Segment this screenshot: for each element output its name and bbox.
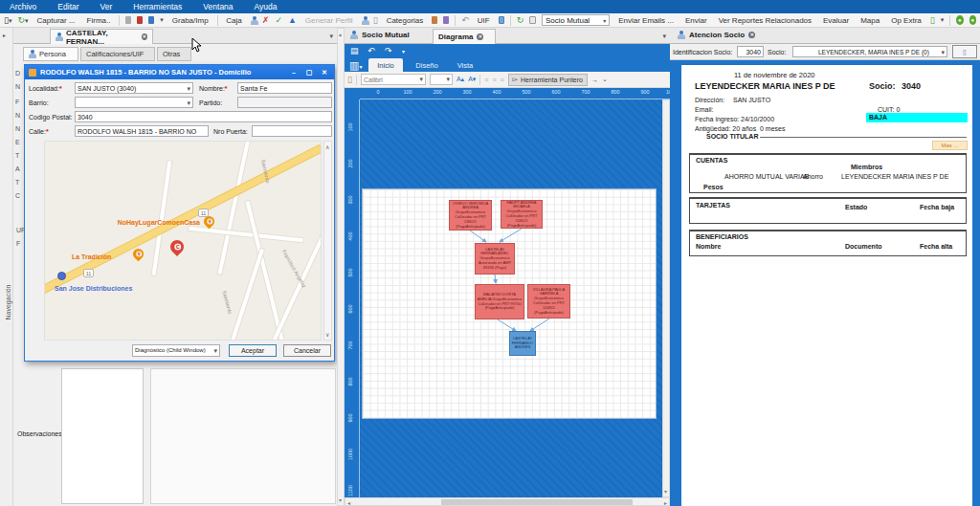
enviar-button[interactable]: Enviar xyxy=(682,15,710,26)
observaciones-textarea[interactable] xyxy=(61,368,144,504)
export-dropdown-icon[interactable]: ▾ xyxy=(941,16,945,24)
menu-herramientas[interactable]: Herramientas xyxy=(133,2,182,11)
scroll-up-icon[interactable]: ∧ xyxy=(325,143,329,150)
quick-access-chevron-icon[interactable]: ▾ xyxy=(402,48,405,55)
map-scrollbar[interactable]: ∧ ∨ xyxy=(323,141,332,341)
font-size-combobox[interactable]: ▾ xyxy=(430,74,453,85)
export-icon[interactable]: ▯ xyxy=(930,16,935,25)
close-icon[interactable]: ✕ xyxy=(319,69,330,77)
perfil-combobox[interactable]: Socio Mutual▾ xyxy=(542,14,610,26)
tab-socio-mutual[interactable]: Socio Mutual xyxy=(350,31,410,39)
tools-icon[interactable] xyxy=(443,16,449,24)
graba-imp-button[interactable]: Graba/Imp xyxy=(169,15,212,26)
save-red-icon[interactable] xyxy=(137,16,143,24)
menu-ayuda[interactable]: Ayuda xyxy=(255,2,278,11)
cancelar-button[interactable]: Cancelar xyxy=(283,344,331,357)
scroll-down-icon[interactable]: ∨ xyxy=(325,331,329,338)
diagram-canvas[interactable]: OVIEDO VERONICA ANDREA GrupoEconomico Co… xyxy=(360,99,662,497)
diagram-node-oviedo[interactable]: OVIEDO VERONICA ANDREA GrupoEconomico Co… xyxy=(449,200,492,231)
close-tab-icon[interactable]: ✕ xyxy=(477,33,483,40)
map-pin-red[interactable]: C xyxy=(167,237,187,256)
file-icon[interactable]: ▤ xyxy=(350,46,359,55)
delete-icon[interactable]: ✗ xyxy=(262,16,270,25)
categorias-button[interactable]: Categorias xyxy=(384,15,427,26)
diagram-node-villagra[interactable]: VILLAGRA PAULA GABRIELA GrupoEconomico C… xyxy=(527,284,570,319)
validate-icon[interactable]: ▲ xyxy=(288,16,297,25)
tab-atencion-socio[interactable]: Atencion Socio ✕ xyxy=(678,31,755,39)
tab-castelay[interactable]: CASTELAY, FERNAN... ✕ xyxy=(50,29,153,44)
open-document-button[interactable]: ▯ xyxy=(952,45,977,58)
navigation-sidebar[interactable]: Navegación ▸ xyxy=(0,28,13,506)
dialog-titlebar[interactable]: RODOLFO WALSH 1815 - BARRIO NO SAN JUSTO… xyxy=(25,65,334,79)
window-icon[interactable] xyxy=(499,16,505,24)
diagnostico-combobox[interactable]: Diagnóstico (Child Window)▾ xyxy=(132,344,220,357)
align-right-icon[interactable]: ≡ xyxy=(501,77,504,83)
nav-forward-icon[interactable]: ● xyxy=(969,15,977,25)
tab-list-chevron-icon[interactable]: ▾ xyxy=(662,33,666,40)
reload-icon[interactable]: ↻ xyxy=(517,16,524,25)
tab-list-chevron-icon[interactable]: ▾ xyxy=(329,33,333,40)
barrio-combobox[interactable]: ▾ xyxy=(75,97,193,108)
map-view[interactable]: Sarmiento Francisco Angeloz Sarmiento 11… xyxy=(44,141,322,341)
ver-reportes-button[interactable]: Ver Reportes Relacionados xyxy=(716,15,814,26)
font-decrease-icon[interactable]: A▾ xyxy=(468,76,476,83)
nro-puerta-input[interactable] xyxy=(252,125,332,137)
menu-ver[interactable]: Ver xyxy=(100,2,113,11)
close-tab-icon[interactable]: ✕ xyxy=(748,32,755,38)
font-increase-icon[interactable]: A▴ xyxy=(457,76,464,83)
op-extra-button[interactable]: Op Extra xyxy=(888,15,924,26)
refresh-icon[interactable]: ↻▾ xyxy=(17,16,28,25)
close-tab-icon[interactable]: ✕ xyxy=(142,33,147,40)
tab-calificaciones[interactable]: Calificaciones/UIF xyxy=(80,47,155,61)
ribbon-tab-diseno[interactable]: Diseño xyxy=(408,58,446,72)
eraser-icon[interactable] xyxy=(432,16,437,24)
font-combobox[interactable]: Calibri▾ xyxy=(361,74,426,85)
external-window-icon[interactable] xyxy=(529,16,536,24)
scrollbar-thumb[interactable] xyxy=(441,499,633,505)
notes-area[interactable] xyxy=(150,368,336,504)
save-as-icon[interactable] xyxy=(148,16,154,24)
ribbon-tab-inicio[interactable]: Inicio xyxy=(368,58,403,72)
menu-editar[interactable]: Editar xyxy=(57,2,78,11)
expand-arrow-icon[interactable]: ▸ xyxy=(3,32,6,38)
nav-back-icon[interactable]: ● xyxy=(956,15,964,25)
partido-input[interactable] xyxy=(237,97,332,108)
tab-diagrama[interactable]: Diagrama ✕ xyxy=(433,29,496,44)
identificacion-input[interactable] xyxy=(737,46,764,57)
caja-button[interactable]: Caja xyxy=(223,15,244,26)
left-panel-scrollbar[interactable]: ▴ ▾ xyxy=(337,28,345,506)
localidad-combobox[interactable]: SAN JUSTO (3040)▾ xyxy=(75,82,193,94)
page-icon[interactable]: ▯ xyxy=(373,16,378,25)
confirm-icon[interactable]: ✓ xyxy=(275,16,282,25)
mas-button[interactable]: Mas ... xyxy=(932,141,968,150)
uif-button[interactable]: UIF xyxy=(475,15,493,26)
person-icon[interactable] xyxy=(251,16,256,25)
save-dropdown-icon[interactable]: ▾ xyxy=(160,16,164,24)
layout-big-icon[interactable]: ▥▾ xyxy=(349,59,362,72)
codigo-postal-input[interactable] xyxy=(75,111,332,122)
undo-icon[interactable]: ↶ xyxy=(461,16,469,25)
new-document-icon[interactable]: ▯▾ xyxy=(4,16,11,25)
align-left-icon[interactable]: ≡ xyxy=(484,77,488,83)
tools-overflow-icon[interactable]: ⌄ xyxy=(602,76,608,83)
align-center-icon[interactable]: ≡ xyxy=(492,77,496,83)
generar-perfil-button[interactable]: Generar Perfil xyxy=(302,15,356,26)
canvas-vertical-scrollbar[interactable]: ▾ xyxy=(662,99,670,497)
canvas-horizontal-scrollbar[interactable]: ◂ ▸ xyxy=(345,497,670,506)
minimize-icon[interactable]: – xyxy=(288,69,300,76)
maximize-icon[interactable]: ▢ xyxy=(303,69,315,77)
map-pin-blue[interactable] xyxy=(57,272,66,280)
calle-input[interactable] xyxy=(75,125,209,137)
menu-archivo[interactable]: Archivo xyxy=(10,2,36,11)
tab-otras[interactable]: Otras xyxy=(157,47,191,61)
tab-persona[interactable]: Persona xyxy=(23,47,78,61)
pointer-tool-button[interactable]: ▻ Herramienta Puntero xyxy=(508,74,588,86)
mapa-button[interactable]: Mapa xyxy=(858,15,882,26)
nombre-input[interactable] xyxy=(237,82,332,94)
connector-tool-icon[interactable]: → xyxy=(591,77,598,83)
undo-icon[interactable]: ↶ xyxy=(368,46,375,55)
aceptar-button[interactable]: Aceptar xyxy=(229,344,277,357)
diagram-node-malatini[interactable]: MALATINI DORITA AMELIA GrupoEconomico Co… xyxy=(475,284,524,319)
save-gray-icon[interactable] xyxy=(125,16,131,24)
redo-icon[interactable]: ↷ xyxy=(385,46,392,55)
